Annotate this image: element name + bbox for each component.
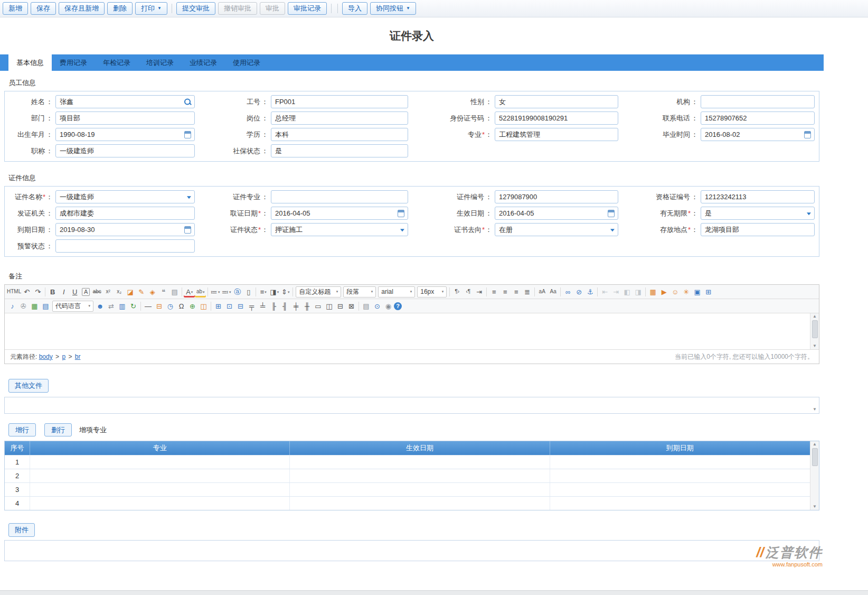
birth-date-calendar-icon[interactable] (184, 131, 191, 138)
print-icon[interactable]: ▤ (361, 301, 372, 312)
maximize-icon[interactable]: ⊞ (703, 286, 714, 298)
table-scrollbar[interactable]: ▲ ▼ (810, 441, 819, 510)
image-left-icon[interactable]: ◧ (621, 286, 633, 298)
print-button[interactable]: 打印▼ (135, 2, 167, 15)
float-icon[interactable]: ◨▾ (269, 286, 280, 298)
page-template-icon[interactable]: ▤ (169, 286, 180, 298)
insert-emoticon-icon[interactable]: ☺ (669, 286, 681, 298)
element-path-p[interactable]: p (62, 353, 65, 360)
element-path-br[interactable]: br (75, 353, 81, 360)
image-right-icon[interactable]: ◨ (633, 286, 644, 298)
certificate-name-caret-icon[interactable] (187, 196, 191, 201)
qualification-no-input[interactable] (701, 190, 815, 203)
editor-scrollbar[interactable]: ▲ ▼ (810, 313, 819, 349)
major-input[interactable] (495, 128, 618, 141)
merge-cells-icon[interactable]: ▭ (313, 301, 324, 312)
table-cell[interactable] (30, 455, 290, 469)
font-style-icon[interactable]: A (82, 288, 90, 296)
insert-attachment-icon[interactable]: ✇ (18, 301, 29, 312)
job-title-input[interactable] (55, 144, 195, 157)
image-upload-icon[interactable]: ▦ (29, 301, 40, 312)
obtain-date-calendar-icon[interactable] (398, 210, 404, 217)
delete-row-button[interactable]: 删行 (44, 423, 72, 436)
italic-icon[interactable]: I (58, 286, 69, 298)
bold-icon[interactable]: B (47, 286, 58, 298)
collaboration-button[interactable]: 协同按钮▼ (370, 2, 416, 15)
issuing-authority-input[interactable] (55, 207, 195, 220)
tab-usage-record[interactable]: 使用记录 (225, 54, 268, 71)
heading-select[interactable]: 自定义标题▾ (296, 286, 341, 298)
save-button[interactable]: 保存 (31, 2, 56, 15)
insert-video-icon[interactable]: ▶ (658, 286, 669, 298)
font-family-select[interactable]: arial▾ (378, 286, 415, 298)
editor-content-area[interactable]: ▲ ▼ (5, 313, 819, 349)
html-source-icon[interactable]: HTML (7, 286, 21, 298)
split-cell-vertical-icon[interactable]: ⊟ (335, 301, 346, 312)
help-icon[interactable]: ? (394, 302, 402, 310)
blockquote-icon[interactable]: ❝ (158, 286, 169, 298)
insert-date-icon[interactable]: ⊟ (154, 301, 165, 312)
table-cell[interactable] (550, 455, 810, 469)
table-cell[interactable] (30, 469, 290, 482)
rtl-icon[interactable]: ‹¶ (463, 286, 474, 298)
other-files-button[interactable]: 其他文件 (8, 379, 49, 393)
anchor-name-icon[interactable]: ⓐ (232, 286, 243, 298)
has-expiry-caret-icon[interactable] (807, 212, 811, 217)
tab-basic-info[interactable]: 基本信息 (8, 54, 52, 71)
insert-col-left-icon[interactable]: ╟ (268, 301, 279, 312)
certificate-major-input[interactable] (271, 190, 408, 203)
tab-performance-record[interactable]: 业绩记录 (182, 54, 225, 71)
split-cell-horizontal-icon[interactable]: ◫ (324, 301, 335, 312)
insert-music-icon[interactable]: ♪ (7, 301, 18, 312)
redo-icon[interactable]: ↷ (32, 286, 43, 298)
outdent-icon[interactable]: ⇤ (599, 286, 610, 298)
remove-format-icon[interactable]: ◪ (125, 286, 136, 298)
obtain-date-input[interactable] (271, 207, 408, 220)
scroll-down-icon[interactable]: ▼ (813, 407, 817, 412)
find-replace-icon[interactable]: ◉ (383, 301, 394, 312)
new-button[interactable]: 新增 (3, 2, 28, 15)
insert-row-below-icon[interactable]: ╧ (257, 301, 268, 312)
undo-icon[interactable]: ↶ (21, 286, 32, 298)
bullet-list-icon[interactable]: ≔▾ (210, 286, 221, 298)
link-icon[interactable]: ∞ (562, 286, 573, 298)
align-justify-icon[interactable]: ≣ (522, 286, 533, 298)
table-cell[interactable] (550, 483, 810, 496)
department-input[interactable] (55, 111, 195, 125)
certificate-name-input[interactable] (55, 190, 195, 203)
graduation-date-calendar-icon[interactable] (804, 131, 811, 138)
strikethrough-icon[interactable]: abc (91, 286, 102, 298)
page-break-icon[interactable]: ⇄ (106, 301, 117, 312)
image-manager-icon[interactable]: ▤ (40, 301, 51, 312)
certificate-status-input[interactable] (271, 223, 408, 236)
highlight-color-icon[interactable]: ab▾ (195, 286, 206, 298)
scrollbar-thumb[interactable] (812, 320, 818, 338)
insert-chart-icon[interactable]: ◫ (198, 301, 209, 312)
horizontal-rule-icon[interactable]: — (143, 301, 154, 312)
table-cell[interactable] (290, 455, 550, 469)
format-painter-icon[interactable]: ✎ (136, 286, 147, 298)
graduation-date-input[interactable] (701, 128, 815, 141)
submit-approval-button[interactable]: 提交审批 (176, 2, 215, 15)
insert-template-icon[interactable]: ▯ (243, 286, 254, 298)
paragraph-select[interactable]: 段落▾ (343, 286, 376, 298)
scroll-up-icon[interactable]: ▲ (813, 442, 817, 447)
font-size-select[interactable]: 16px▾ (417, 286, 447, 298)
underline-icon[interactable]: U (69, 286, 80, 298)
certificate-whereabouts-input[interactable] (495, 223, 618, 236)
alignment-icon[interactable]: ≡▾ (258, 286, 269, 298)
cell-properties-icon[interactable]: ⊟ (235, 301, 246, 312)
special-char-icon[interactable]: Ω (176, 301, 187, 312)
education-input[interactable] (271, 128, 408, 141)
element-path-body[interactable]: body (39, 353, 53, 360)
tab-annual-check-record[interactable]: 年检记录 (95, 54, 138, 71)
auto-typeset-icon[interactable]: ↻ (128, 301, 139, 312)
insert-emoji-icon[interactable]: ☻ (95, 301, 106, 312)
delete-button[interactable]: 删除 (107, 2, 133, 15)
has-expiry-input[interactable] (701, 207, 815, 220)
scroll-down-icon[interactable]: ▼ (813, 344, 817, 348)
lowercase-icon[interactable]: aA (536, 286, 548, 298)
employee-no-input[interactable] (271, 95, 408, 108)
word-paste-icon[interactable]: ▥ (117, 301, 128, 312)
table-cell[interactable] (290, 469, 550, 482)
